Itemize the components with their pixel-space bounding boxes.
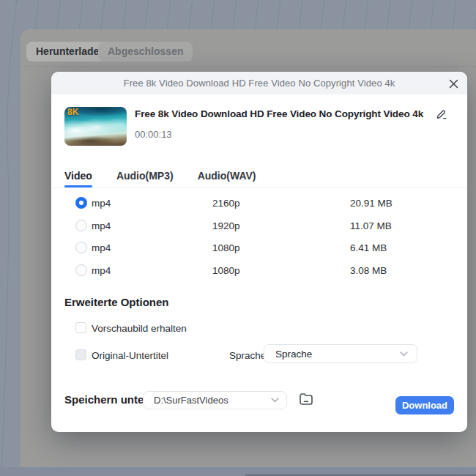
- video-duration: 00:00:13: [135, 129, 172, 140]
- radio-selected-icon[interactable]: [75, 197, 87, 209]
- resolution-label: 1080p: [212, 265, 240, 276]
- save-location-label: Speichern unter: [64, 393, 148, 406]
- language-select[interactable]: Sprache: [264, 344, 417, 363]
- language-select-value: Sprache: [275, 349, 312, 360]
- language-label: Sprache: [229, 350, 266, 361]
- video-title: Free 8k Video Download HD Free Video No …: [135, 108, 423, 119]
- edit-title-button[interactable]: [434, 108, 449, 122]
- format-label: mp4: [92, 242, 111, 253]
- resolution-label: 1080p: [212, 242, 240, 253]
- filesize-label: 11.07 MB: [350, 220, 392, 231]
- download-button[interactable]: Download: [395, 396, 454, 414]
- video-thumbnail: 8K: [64, 107, 127, 146]
- tab-video[interactable]: Video: [64, 170, 92, 182]
- chevron-down-icon: [271, 398, 279, 403]
- close-button[interactable]: [446, 76, 461, 91]
- radio-unselected-icon[interactable]: [75, 264, 87, 276]
- filesize-label: 20.91 MB: [350, 198, 393, 209]
- format-row[interactable]: mp4 1080p 3.08 MB: [51, 259, 467, 281]
- tab-audio-wav[interactable]: Audio(WAV): [198, 170, 256, 182]
- format-tabs: Video Audio(MP3) Audio(WAV): [64, 170, 256, 182]
- folder-icon: [297, 390, 315, 408]
- tab-abgeschlossen[interactable]: Abgeschlossen: [98, 42, 193, 62]
- format-row[interactable]: mp4 1920p 11.07 MB: [51, 215, 467, 237]
- radio-unselected-icon[interactable]: [75, 242, 87, 253]
- subtitle-checkbox-label[interactable]: Original-Untertitel: [92, 350, 168, 361]
- advanced-options-heading: Erweiterte Optionen: [64, 296, 169, 308]
- save-path-value: D:\SurFastVideos: [154, 395, 228, 406]
- download-options-dialog: Free 8k Video Download HD Free Video No …: [51, 72, 467, 432]
- thumbnail-checkbox[interactable]: [75, 322, 86, 333]
- open-folder-button[interactable]: [297, 390, 316, 409]
- dialog-title: Free 8k Video Download HD Free Video No …: [124, 78, 395, 89]
- subtitle-checkbox[interactable]: [75, 349, 86, 360]
- format-label: mp4: [92, 220, 111, 231]
- filesize-label: 3.08 MB: [350, 265, 387, 276]
- tabs-divider: [51, 187, 467, 188]
- save-path-select[interactable]: D:\SurFastVideos: [143, 391, 287, 409]
- chevron-down-icon: [400, 352, 408, 357]
- format-label: mp4: [92, 198, 111, 209]
- filesize-label: 6.41 MB: [350, 242, 387, 253]
- pencil-icon: [435, 108, 448, 121]
- close-icon: [449, 79, 458, 89]
- resolution-badge: 8K: [67, 107, 79, 117]
- tab-audio-mp3[interactable]: Audio(MP3): [116, 170, 174, 182]
- radio-unselected-icon[interactable]: [75, 220, 87, 231]
- format-row[interactable]: mp4 1080p 6.41 MB: [51, 237, 467, 259]
- resolution-label: 1920p: [212, 220, 240, 231]
- resolution-label: 2160p: [212, 198, 240, 209]
- format-row[interactable]: mp4 2160p 20.91 MB: [51, 192, 467, 214]
- active-tab-underline: [64, 185, 92, 187]
- dialog-header: Free 8k Video Download HD Free Video No …: [51, 72, 467, 94]
- header-divider: [21, 66, 476, 67]
- thumbnail-checkbox-label[interactable]: Vorschaubild erhalten: [92, 323, 187, 334]
- format-label: mp4: [92, 265, 111, 276]
